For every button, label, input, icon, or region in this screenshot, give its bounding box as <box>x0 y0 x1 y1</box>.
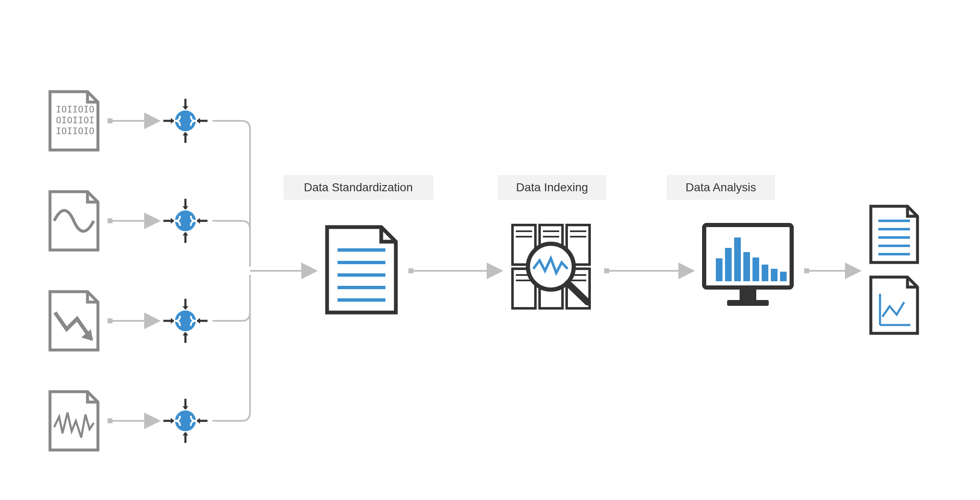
analysis-monitor-icon <box>704 225 792 306</box>
indexing-servers-icon <box>512 225 590 308</box>
connector-std-to-index <box>408 268 500 273</box>
svg-rect-64 <box>716 258 722 281</box>
source-waveform-file-icon <box>50 192 98 250</box>
svg-rect-70 <box>771 269 778 281</box>
diagram-canvas: IOIIOIO OIOIIOI IOIIOIO <box>0 0 980 500</box>
svg-text:OIOIIOI: OIOIIOI <box>56 115 95 125</box>
data-pipeline-diagram: Data Standardization Data Indexing Data … <box>0 0 980 500</box>
svg-rect-66 <box>734 238 741 281</box>
svg-text:IOIIOIO: IOIIOIO <box>56 126 95 136</box>
source-trend-file-icon <box>50 292 98 350</box>
svg-rect-68 <box>752 258 759 281</box>
svg-rect-59 <box>604 268 609 273</box>
svg-rect-72 <box>804 268 809 273</box>
stage-label-standardization: Data Standardization <box>283 175 433 200</box>
svg-text:IOIIOIO: IOIIOIO <box>56 104 95 115</box>
svg-rect-23 <box>108 118 112 123</box>
stage-label-analysis: Data Analysis <box>667 175 775 200</box>
svg-rect-63 <box>727 300 769 306</box>
source-binary-file-icon: IOIIOIO OIOIIOI IOIIOIO <box>50 92 98 150</box>
svg-rect-25 <box>108 218 112 223</box>
svg-rect-62 <box>740 290 756 300</box>
svg-rect-67 <box>743 252 750 281</box>
svg-rect-65 <box>725 248 732 281</box>
svg-rect-27 <box>108 318 112 323</box>
connector-analysis-to-output <box>804 268 858 273</box>
source-signal-file-icon <box>50 392 98 450</box>
output-text-file-icon <box>871 206 918 262</box>
connector-merge-bus <box>212 121 315 421</box>
converge-node-3-icon <box>163 299 208 343</box>
connector-source-to-node <box>108 118 158 423</box>
connector-index-to-analysis <box>604 268 692 273</box>
svg-rect-29 <box>108 418 112 423</box>
svg-rect-71 <box>780 272 787 281</box>
converge-node-2-icon <box>163 199 208 243</box>
converge-node-1-icon <box>163 99 208 143</box>
standardized-document-icon <box>327 227 396 312</box>
svg-rect-37 <box>408 268 413 273</box>
stage-label-indexing: Data Indexing <box>498 175 606 200</box>
converge-node-4-icon <box>163 399 208 443</box>
svg-rect-69 <box>762 265 768 281</box>
output-chart-file-icon <box>871 277 918 333</box>
